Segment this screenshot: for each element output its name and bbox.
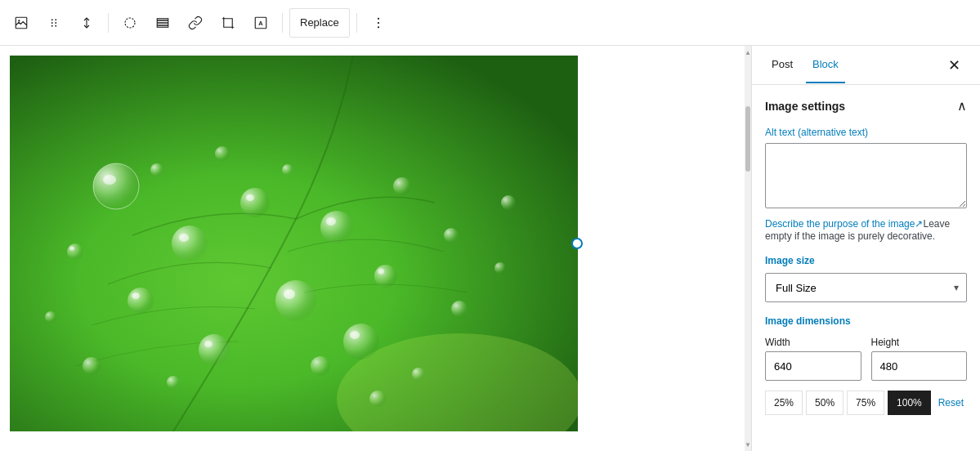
width-input[interactable] [765,351,861,381]
percent-75-button[interactable]: 75% [847,391,884,415]
svg-point-54 [369,391,386,407]
svg-point-44 [393,177,411,195]
image-dimensions-section: Image dimensions Width Height 25% 50% 75 [765,315,967,415]
svg-point-37 [343,324,379,359]
svg-point-40 [69,247,74,251]
post-tab[interactable]: Post [765,47,799,83]
dimensions-row: Width Height [765,337,967,381]
image-size-select[interactable]: Full Size Large Medium Thumbnail [765,273,967,302]
svg-point-53 [167,376,180,389]
svg-point-46 [311,356,330,376]
svg-point-4 [51,22,53,24]
svg-point-41 [150,163,163,176]
height-label: Height [871,337,968,348]
width-label: Width [765,337,861,348]
svg-point-38 [350,331,360,339]
svg-point-51 [501,195,516,210]
svg-text:A: A [258,20,263,27]
image-size-select-wrapper: Full Size Large Medium Thumbnail ▾ [765,273,967,302]
svg-point-28 [326,217,336,226]
image-block-icon[interactable] [7,8,36,38]
svg-point-1 [18,20,20,21]
block-toolbar: A Replace [0,0,980,46]
drag-handle-icon[interactable] [39,8,69,38]
scrollbar-thumb[interactable] [745,106,750,172]
svg-point-23 [172,226,208,261]
toolbar-divider-3 [356,13,357,33]
alt-text-section: Alt text (alternative text) Describe the… [765,127,967,242]
panel-content: Image settings ∧ Alt text (alternative t… [752,85,980,451]
image-size-label: Image size [765,255,967,266]
scroll-down-arrow[interactable]: ▼ [745,440,751,449]
main-area: ▲ ▼ Post Block ✕ Image settings ∧ Alt te… [0,46,980,451]
scrollbar[interactable]: ▲ ▼ [745,46,751,451]
svg-point-15 [378,17,379,19]
collapse-button[interactable]: ∧ [957,98,967,114]
alt-text-label: Alt text (alternative text) [765,127,967,138]
svg-point-33 [374,265,397,288]
more-options-button[interactable] [364,8,393,38]
svg-point-8 [125,18,135,28]
svg-point-7 [55,25,56,26]
describe-purpose-link[interactable]: Describe the purpose of the image [765,218,915,230]
describe-link-container: Describe the purpose of the image↗Leave … [765,217,967,242]
toolbar-divider-1 [108,13,109,33]
select-style-button[interactable] [115,8,145,38]
svg-point-52 [45,311,56,323]
move-up-down-button[interactable] [72,8,101,38]
svg-point-43 [282,164,293,176]
crop-button[interactable] [213,8,243,38]
svg-point-25 [240,188,270,217]
editor-canvas: ▲ ▼ [0,46,751,451]
svg-point-5 [55,22,56,24]
svg-point-29 [128,288,154,314]
percent-buttons-row: 25% 50% 75% 100% Reset [765,391,967,415]
svg-point-31 [275,280,316,321]
svg-point-26 [246,194,254,201]
image-settings-title: Image settings [765,100,845,113]
scroll-up-arrow[interactable]: ▲ [745,47,751,57]
svg-point-35 [199,334,230,365]
leaf-image [10,56,578,431]
image-size-section: Image size Full Size Large Medium Thumbn… [765,255,967,302]
svg-point-47 [412,368,425,381]
width-field: Width [765,337,861,381]
svg-point-48 [83,357,101,375]
svg-point-2 [51,19,53,20]
svg-point-49 [451,301,468,317]
svg-point-36 [204,341,213,347]
block-tab[interactable]: Block [806,47,845,83]
svg-point-39 [67,243,83,260]
svg-point-6 [51,25,53,26]
percent-25-button[interactable]: 25% [765,391,803,415]
percent-100-button[interactable]: 100% [888,391,931,415]
replace-button[interactable]: Replace [289,8,350,38]
svg-point-22 [103,175,116,185]
svg-point-3 [55,19,56,20]
text-overlay-button[interactable]: A [246,8,275,38]
close-panel-button[interactable]: ✕ [941,52,967,78]
image-settings-header: Image settings ∧ [765,98,967,114]
height-field: Height [871,337,968,381]
svg-point-34 [378,269,384,275]
svg-point-30 [132,292,140,299]
image-block[interactable] [10,56,578,431]
svg-point-27 [320,211,353,243]
alt-text-input[interactable] [765,143,967,208]
align-button[interactable] [148,8,177,38]
reset-button[interactable]: Reset [935,397,967,409]
link-button[interactable] [181,8,210,38]
svg-point-17 [378,26,379,28]
svg-point-50 [494,262,506,274]
svg-point-16 [378,21,379,23]
toolbar-divider-2 [282,13,283,33]
resize-handle[interactable] [571,238,583,249]
right-panel: Post Block ✕ Image settings ∧ Alt text (… [751,46,980,451]
percent-50-button[interactable]: 50% [806,391,844,415]
image-dimensions-label: Image dimensions [765,315,967,327]
svg-point-32 [284,289,295,299]
height-input[interactable] [871,351,968,381]
svg-point-45 [444,228,459,243]
panel-tabs: Post Block ✕ [752,46,980,85]
svg-point-42 [215,146,230,161]
